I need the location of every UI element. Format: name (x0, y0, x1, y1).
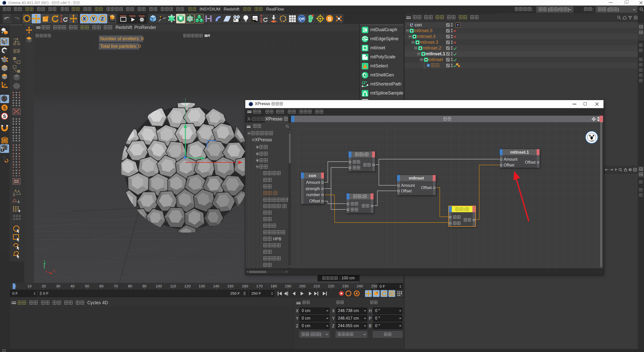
svg-text:Z: Z (101, 16, 104, 21)
svg-text:P: P (391, 292, 393, 296)
svg-text:QR: QR (299, 17, 305, 21)
svg-text:R: R (60, 20, 62, 23)
svg-text:S: S (3, 114, 6, 119)
svg-text:X: X (83, 16, 86, 21)
svg-text:Y: Y (92, 16, 95, 21)
svg-text:R: R (260, 20, 262, 23)
svg-text:Z: Z (43, 265, 45, 268)
svg-text:Y: Y (44, 260, 46, 263)
svg-text:S: S (3, 105, 6, 110)
svg-text:S: S (3, 96, 6, 101)
svg-text:行愿者: 行愿者 (590, 140, 594, 142)
svg-text:S: S (328, 16, 331, 22)
svg-text:X: X (53, 270, 55, 273)
